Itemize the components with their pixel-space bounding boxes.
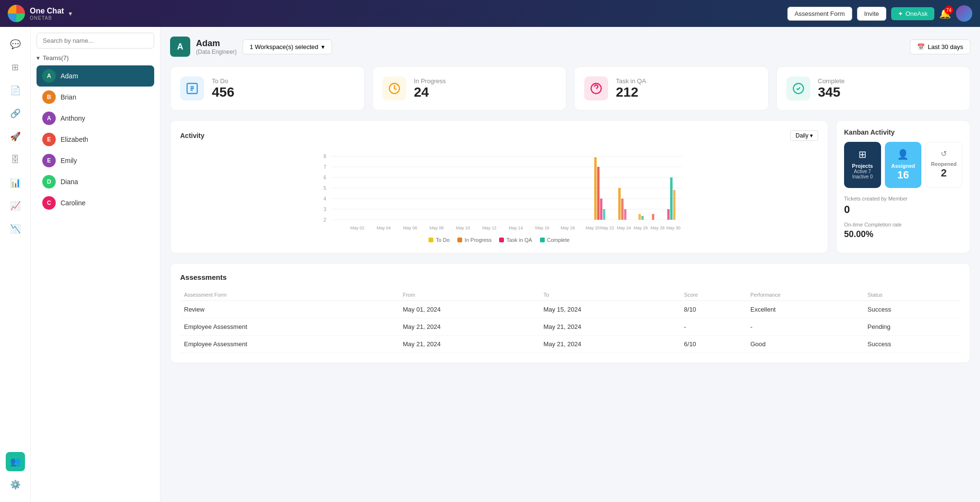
app-dropdown-icon[interactable]: ▾ — [69, 10, 72, 17]
kanban-projects-label: Projects — [849, 163, 876, 169]
app-name-group: One Chat ONETAB — [30, 7, 64, 21]
team-item-emily[interactable]: E Emily — [37, 150, 154, 171]
team-item-caroline[interactable]: C Caroline — [37, 192, 154, 213]
sidebar-item-people[interactable]: 👥 — [6, 452, 25, 471]
team-item-brian[interactable]: B Brian — [37, 87, 154, 108]
svg-rect-19 — [597, 167, 600, 220]
svg-text:May 18: May 18 — [561, 226, 575, 230]
legend-qa-dot — [499, 238, 504, 242]
team-name-brian: Brian — [61, 93, 76, 101]
svg-text:2: 2 — [323, 217, 326, 223]
workspace-selector[interactable]: 1 Workspace(s) selected ▾ — [243, 39, 332, 54]
avatar-elizabeth: E — [42, 133, 56, 146]
oneask-button[interactable]: ✦ OneAsk — [891, 7, 934, 20]
team-sidebar: ▾ Teams(7) A Adam B Brian A Anthony E El… — [31, 27, 160, 502]
topnav: One Chat ONETAB ▾ Assessment Form Invite… — [0, 0, 980, 27]
assess-performance-1: - — [747, 318, 864, 336]
svg-text:May 26: May 26 — [634, 226, 648, 230]
qa-value: 212 — [616, 85, 646, 100]
invite-button[interactable]: Invite — [857, 7, 886, 21]
team-item-adam[interactable]: A Adam — [37, 65, 154, 87]
complete-stat: Complete 345 — [818, 77, 845, 100]
search-input[interactable] — [37, 33, 154, 49]
date-range-selector[interactable]: 📅 Last 30 days — [910, 39, 970, 54]
legend-qa-label: Task in QA — [506, 237, 532, 243]
svg-text:May 16: May 16 — [535, 226, 550, 230]
kanban-projects-icon: ⊞ — [849, 149, 876, 160]
assess-score-0: 8/10 — [680, 301, 747, 318]
user-role: (Data Engineer) — [196, 49, 237, 55]
svg-text:7: 7 — [323, 164, 326, 170]
assess-status-2: Success — [864, 336, 960, 353]
activity-card: Activity Daily ▾ 8 7 — [170, 120, 828, 253]
svg-text:May 10: May 10 — [456, 226, 470, 230]
team-item-diana[interactable]: D Diana — [37, 171, 154, 192]
stat-card-complete: Complete 345 — [776, 66, 971, 111]
legend-complete-dot — [540, 238, 545, 242]
notification-button[interactable]: 🔔 74 — [939, 8, 951, 19]
sidebar-item-dashboard[interactable]: ⊞ — [6, 58, 25, 77]
kanban-assigned-label: Assigned — [890, 163, 917, 169]
stat-card-todo: To Do 456 — [170, 66, 365, 111]
svg-text:May 08: May 08 — [429, 226, 444, 230]
sidebar-item-chat[interactable]: 💬 — [6, 35, 25, 54]
team-name-diana: Diana — [61, 178, 78, 186]
kanban-reopened-icon: ↺ — [931, 149, 957, 158]
icon-sidebar: 💬 ⊞ 📄 🔗 🚀 🗄 📊 📈 📉 👥 ⚙️ — [0, 27, 31, 502]
chart-legend: To Do In Progress Task in QA Complete — [180, 237, 818, 243]
svg-rect-28 — [667, 209, 670, 220]
svg-rect-29 — [670, 177, 673, 220]
activity-chart: 8 7 6 5 4 3 2 — [180, 147, 818, 233]
qa-label: Task in QA — [616, 77, 646, 85]
svg-text:May 22: May 22 — [600, 226, 614, 230]
sidebar-item-settings[interactable]: ⚙️ — [6, 475, 25, 494]
calendar-icon: 📅 — [917, 43, 925, 50]
kanban-title: Kanban Activity — [844, 128, 962, 136]
team-item-anthony[interactable]: A Anthony — [37, 108, 154, 129]
sidebar-item-rocket[interactable]: 🚀 — [6, 127, 25, 146]
assessment-row-1: Employee Assessment May 21, 2024 May 21,… — [180, 318, 960, 336]
svg-text:8: 8 — [323, 154, 326, 159]
kanban-assigned-icon: 👤 — [890, 149, 917, 160]
avatar-image — [956, 5, 972, 22]
sidebar-item-pie[interactable]: 📉 — [6, 219, 25, 238]
sidebar-item-file[interactable]: 📄 — [6, 81, 25, 100]
todo-stat: To Do 456 — [212, 77, 234, 100]
stat-cards: To Do 456 In Progress 24 Task in QA — [170, 66, 970, 111]
assess-status-1: Pending — [864, 318, 960, 336]
activity-title: Activity — [180, 132, 205, 139]
svg-text:May 30: May 30 — [666, 226, 681, 230]
user-avatar-button[interactable] — [956, 5, 972, 22]
sidebar-item-database[interactable]: 🗄 — [6, 150, 25, 169]
assess-score-1: - — [680, 318, 747, 336]
sidebar-item-bar[interactable]: 📈 — [6, 196, 25, 215]
kanban-assigned-value: 16 — [890, 169, 917, 181]
assessment-form-button[interactable]: Assessment Form — [787, 7, 852, 21]
sidebar-item-chart[interactable]: 📊 — [6, 173, 25, 192]
legend-todo: To Do — [429, 237, 450, 243]
team-name-caroline: Caroline — [61, 199, 86, 207]
kanban-projects-box: ⊞ Projects Active 7 Inactive 0 — [844, 142, 881, 188]
daily-filter-button[interactable]: Daily ▾ — [790, 130, 818, 141]
assessments-title: Assessments — [180, 273, 960, 281]
assess-status-0: Success — [864, 301, 960, 318]
stat-card-inprogress: In Progress 24 — [372, 66, 567, 111]
svg-text:5: 5 — [323, 186, 326, 191]
inprogress-label: In Progress — [414, 77, 446, 85]
teams-header[interactable]: ▾ Teams(7) — [37, 54, 154, 62]
tickets-created-label: Tickets created by Member — [844, 196, 962, 201]
svg-rect-22 — [618, 188, 621, 220]
assess-to-1: May 21, 2024 — [539, 318, 680, 336]
app-logo — [8, 5, 25, 22]
team-item-elizabeth[interactable]: E Elizabeth — [37, 129, 154, 150]
svg-rect-26 — [641, 216, 644, 220]
avatar-adam: A — [42, 69, 56, 83]
topnav-right: Assessment Form Invite ✦ OneAsk 🔔 74 — [787, 5, 972, 22]
team-name-emily: Emily — [61, 157, 77, 164]
svg-text:3: 3 — [323, 207, 326, 212]
svg-text:May 24: May 24 — [617, 226, 631, 230]
svg-text:May 20: May 20 — [586, 226, 600, 230]
sidebar-item-link[interactable]: 🔗 — [6, 104, 25, 123]
avatar-diana: D — [42, 175, 56, 188]
bottom-section: Activity Daily ▾ 8 7 — [170, 120, 970, 253]
